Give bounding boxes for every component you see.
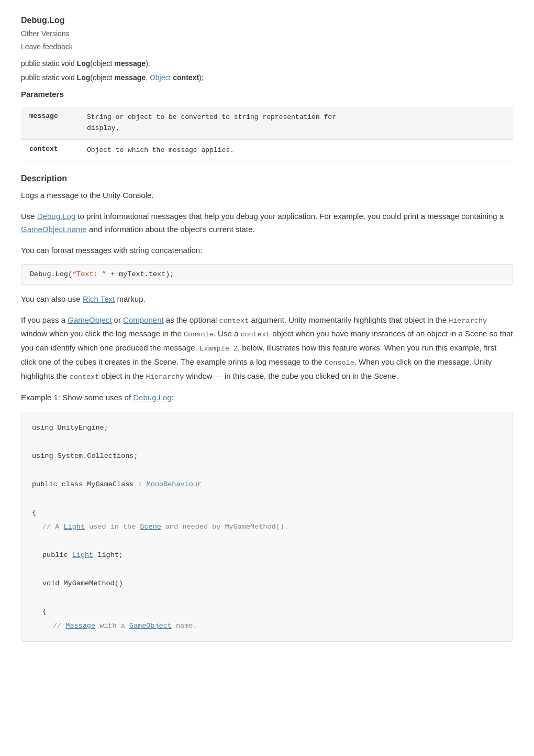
leave-feedback-link[interactable]: Leave feedback: [21, 42, 73, 51]
gameobject-link[interactable]: GameObject: [68, 315, 112, 324]
desc-para-7: Example 1: Show some uses of Debug.Log:: [21, 391, 513, 404]
sig1-params: (object message);: [90, 59, 150, 68]
rich-text-link[interactable]: Rich Text: [83, 294, 115, 303]
p6-m2: as the optional context argument, Unity …: [21, 315, 513, 381]
object-link[interactable]: Object: [150, 73, 171, 82]
sig2-params: (object message, Object context);: [90, 73, 203, 82]
p7-before: Example 1: Show some uses of: [21, 393, 133, 402]
other-versions-link[interactable]: Other Versions: [21, 29, 70, 38]
param-row-context: context Object to which the message appl…: [21, 139, 513, 161]
gameobject-name-link[interactable]: GameObject.name: [21, 225, 87, 234]
signature-1: public static void Log(object message);: [21, 57, 513, 71]
param-row-message: message String or object to be converted…: [21, 107, 513, 139]
desc-para-2-middle: to print informational messages that hel…: [75, 212, 504, 221]
desc-para-1: Logs a message to the Unity Console.: [21, 189, 513, 202]
desc-para-2-before: Use: [21, 212, 37, 221]
page-title: Debug.Log Other Versions Leave feedback: [21, 16, 513, 53]
light-link-2[interactable]: Light: [72, 551, 94, 559]
component-link[interactable]: Component: [123, 315, 164, 324]
code-line-blank-4: [32, 534, 502, 548]
desc-para-6: If you pass a GameObject or Component as…: [21, 313, 513, 384]
code-line-5: // A Light used in the Scene and needed …: [32, 520, 502, 534]
inline-code-text: Debug.Log(“Text: ” + myText.text);: [30, 270, 174, 278]
param-desc-message: String or object to be converted to stri…: [79, 107, 513, 139]
param-name-context: context: [21, 139, 79, 161]
message-link[interactable]: Message: [65, 622, 95, 630]
code-line-2: using System.Collections;: [32, 449, 502, 463]
param-name-message: message: [21, 107, 79, 139]
code-line-4: {: [32, 506, 502, 520]
desc-para-2: Use Debug.Log to print informational mes…: [21, 210, 513, 236]
code-line-6: public Light light;: [32, 548, 502, 562]
p6-m1: or: [112, 315, 123, 324]
scene-link[interactable]: Scene: [140, 523, 161, 531]
code-line-3: public class MyGameClass : MonoBehaviour: [32, 477, 502, 491]
code-example-block: using UnityEngine; using System.Collecti…: [21, 412, 513, 642]
sig2-method: Log: [77, 73, 91, 82]
sig1-before: public static void: [21, 59, 77, 68]
code-line-blank-6: [32, 590, 502, 605]
signatures-block: public static void Log(object message); …: [21, 57, 513, 102]
description-section: Description Logs a message to the Unity …: [21, 174, 513, 641]
debug-log-link-1[interactable]: Debug.Log: [37, 212, 75, 221]
p7-after: :: [172, 393, 174, 402]
inline-code-block: Debug.Log(“Text: ” + myText.text);: [21, 264, 513, 285]
light-link-1[interactable]: Light: [64, 523, 85, 531]
code-line-7: void MyGameMethod(): [32, 576, 502, 590]
code-line-blank-1: [32, 435, 502, 449]
sig2-before: public static void: [21, 73, 77, 82]
code-line-8: {: [32, 605, 502, 619]
desc-para-3-text: You can format messages with string conc…: [21, 246, 202, 255]
desc-para-5-before: You can also use: [21, 294, 83, 303]
description-heading: Description: [21, 174, 513, 183]
param-desc-context: Object to which the message applies.: [79, 139, 513, 161]
code-line-1: using UnityEngine;: [32, 421, 502, 435]
params-table: message String or object to be converted…: [21, 107, 513, 161]
desc-para-5: You can also use Rich Text markup.: [21, 292, 513, 306]
desc-para-2-after: and information about the object's curre…: [87, 225, 255, 234]
code-line-blank-3: [32, 491, 502, 506]
gameobject-link-2[interactable]: GameObject: [129, 622, 172, 630]
code-line-blank-2: [32, 463, 502, 477]
title-link[interactable]: Debug.Log: [21, 16, 65, 25]
desc-para-5-after: markup.: [115, 294, 145, 303]
debug-log-link-2[interactable]: Debug.Log: [133, 393, 171, 402]
code-line-9: // Message with a GameObject name.: [32, 619, 502, 633]
code-line-blank-5: [32, 562, 502, 576]
sig1-method: Log: [77, 59, 91, 68]
monobehaviour-link[interactable]: MonoBehaviour: [147, 480, 202, 488]
desc-para-3: You can format messages with string conc…: [21, 244, 513, 257]
signature-2: public static void Log(object message, O…: [21, 71, 513, 85]
p6-before: If you pass a: [21, 315, 68, 324]
params-heading: Parameters: [21, 87, 513, 102]
